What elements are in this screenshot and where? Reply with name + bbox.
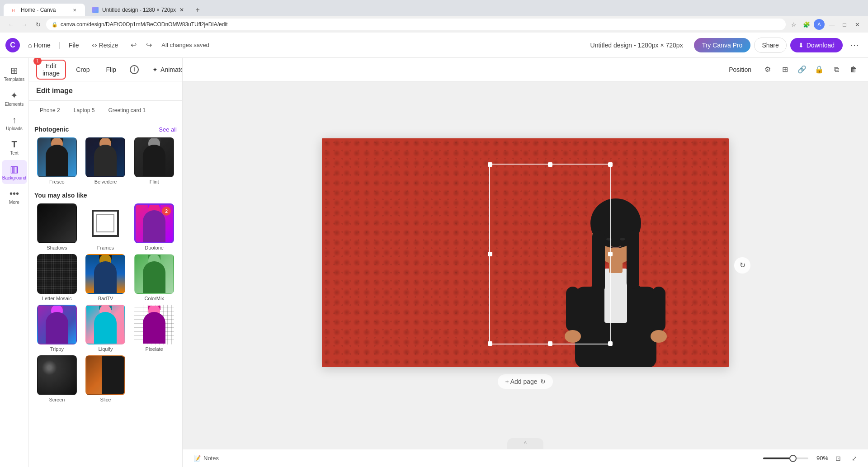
sidebar-item-elements[interactable]: ✦ Elements xyxy=(2,86,27,110)
you-may-also-like-section: You may also like Shadows xyxy=(34,192,177,402)
sidebar-item-uploads[interactable]: ↑ Uploads xyxy=(2,111,27,135)
redo-button[interactable]: ↪ xyxy=(142,38,156,52)
filter-item-pixelate[interactable]: Pixelate xyxy=(132,305,177,352)
download-button[interactable]: ⬇ Download xyxy=(790,38,843,52)
filter-item-frames[interactable]: Frames xyxy=(83,203,128,250)
add-page-icon: ↻ xyxy=(540,378,546,385)
panel-tab-laptop[interactable]: Laptop 5 xyxy=(68,104,100,116)
try-pro-button[interactable]: Try Canva Pro xyxy=(694,38,751,52)
filter-item-screen[interactable]: Screen xyxy=(34,355,80,402)
browser-tab-2[interactable]: Untitled design - 1280 × 720px ✕ xyxy=(85,4,191,16)
filter-thumb-letter-mosaic xyxy=(37,254,77,294)
filter-label-trippy: Trippy xyxy=(50,346,64,352)
sidebar-item-background[interactable]: ▥ Background xyxy=(2,160,27,184)
animate-button[interactable]: ✦ Animate xyxy=(146,63,183,76)
see-all-photogenic[interactable]: See all xyxy=(159,126,177,133)
svg-point-13 xyxy=(620,238,625,241)
bottom-chevron[interactable]: ^ xyxy=(507,438,543,449)
trash-icon[interactable]: 🗑 xyxy=(846,62,861,77)
panel-tab-greeting[interactable]: Greeting card 1 xyxy=(103,104,151,116)
zoom-expand-button[interactable]: ⤢ xyxy=(848,452,861,465)
more-icon: ••• xyxy=(9,189,19,199)
filter-item-colormix[interactable]: ColorMix xyxy=(132,254,177,301)
filter-item-trippy[interactable]: Trippy xyxy=(34,305,80,352)
tab-close-2[interactable]: ✕ xyxy=(179,7,184,13)
add-page-button[interactable]: + Add page ↻ xyxy=(498,374,552,389)
notes-button[interactable]: 📝 Notes xyxy=(190,453,222,463)
filter-label-shadows: Shadows xyxy=(47,245,67,250)
undo-button[interactable]: ↩ xyxy=(126,38,141,52)
filter-label-duotone: Duotone xyxy=(145,245,164,250)
background-label: Background xyxy=(2,175,26,180)
minimize-btn[interactable]: — xyxy=(826,19,837,30)
extension-icon[interactable]: 🧩 xyxy=(801,19,812,30)
filter-thumb-fresco xyxy=(37,137,77,177)
resize-label: Resize xyxy=(99,42,118,49)
file-label: File xyxy=(69,42,79,49)
resize-button[interactable]: ⇔ Resize xyxy=(87,39,123,52)
filter-item-badtv[interactable]: BadTV xyxy=(83,254,128,301)
panel-tab-phone[interactable]: Phone 2 xyxy=(34,104,66,116)
nav-refresh[interactable]: ↻ xyxy=(33,19,43,30)
svg-rect-10 xyxy=(592,230,605,293)
background-icon: ▥ xyxy=(10,164,19,175)
uploads-icon: ↑ xyxy=(12,115,17,125)
address-bar[interactable]: 🔒 canva.com/design/DAEtO0Op1mM/BeCODnOMW… xyxy=(46,19,786,30)
panel-tab-laptop-label: Laptop 5 xyxy=(74,107,95,113)
filter-thumb-pixelate xyxy=(134,305,174,344)
nav-forward[interactable]: → xyxy=(19,19,30,30)
lock-icon[interactable]: 🔒 xyxy=(812,62,826,77)
templates-icon: ⊞ xyxy=(10,65,18,76)
sidebar-item-text[interactable]: T Text xyxy=(2,136,27,159)
sidebar-item-more[interactable]: ••• More xyxy=(2,185,27,208)
svg-text:H: H xyxy=(12,8,15,13)
new-tab-button[interactable]: + xyxy=(191,4,204,16)
position-button[interactable]: Position xyxy=(723,63,757,76)
sidebar-item-templates[interactable]: ⊞ Templates xyxy=(2,61,27,85)
filter-item-letter-mosaic[interactable]: Letter Mosaic xyxy=(34,254,80,301)
crop-button[interactable]: Crop xyxy=(70,63,96,76)
filter-item-flint[interactable]: Flint xyxy=(132,137,177,184)
duplicate-icon[interactable]: ⧉ xyxy=(829,62,844,77)
zoom-slider-thumb[interactable] xyxy=(789,455,797,462)
filter-item-belvedere[interactable]: Belvedere xyxy=(83,137,128,184)
filter-label-pixelate: Pixelate xyxy=(146,346,163,352)
maximize-btn[interactable]: □ xyxy=(839,19,850,30)
filter-item-fresco[interactable]: Fresco xyxy=(34,137,80,184)
browser-tab-1[interactable]: H Home - Canva ✕ xyxy=(4,4,85,16)
flip-button[interactable]: Flip xyxy=(100,63,123,76)
grid-icon[interactable]: ⊞ xyxy=(778,62,792,77)
design-title: Untitled design - 1280px × 720px xyxy=(590,42,683,49)
profile-icon[interactable]: A xyxy=(814,19,825,30)
filter-item-slice[interactable]: Slice xyxy=(83,355,128,402)
zoom-value: 90% xyxy=(812,455,828,462)
home-button[interactable]: ⌂ Home xyxy=(24,39,55,52)
share-button[interactable]: Share xyxy=(754,38,786,53)
add-page-bar: + Add page ↻ xyxy=(322,371,729,392)
info-button[interactable]: i xyxy=(126,62,142,77)
filter-item-duotone[interactable]: 2 Duotone xyxy=(132,203,177,250)
address-lock-icon: 🔒 xyxy=(52,22,58,28)
filter-label-fresco: Fresco xyxy=(49,179,65,184)
zoom-fit-button[interactable]: ⊡ xyxy=(832,452,844,465)
you-may-also-like-header: You may also like xyxy=(34,192,177,199)
tab-label-2: Untitled design - 1280 × 720px xyxy=(102,7,176,13)
edit-image-label: Edit image xyxy=(42,62,60,77)
filter-thumb-trippy xyxy=(37,305,77,344)
bookmark-icon[interactable]: ☆ xyxy=(788,19,799,30)
tab-close-1[interactable]: ✕ xyxy=(71,7,78,13)
flip-label: Flip xyxy=(106,66,117,73)
filter-item-liquify[interactable]: Liquify xyxy=(83,305,128,352)
filter-thumb-flint xyxy=(134,137,174,177)
filter-item-shadows[interactable]: Shadows xyxy=(34,203,80,250)
link-icon[interactable]: 🔗 xyxy=(795,62,809,77)
close-btn[interactable]: ✕ xyxy=(852,19,863,30)
nav-back[interactable]: ← xyxy=(5,19,16,30)
zoom-slider-track[interactable] xyxy=(763,458,808,459)
canvas-toolbar: Position ⚙ ⊞ 🔗 🔒 ⧉ 🗑 xyxy=(183,58,868,81)
canvas-refresh-button[interactable]: ↻ xyxy=(734,257,750,274)
file-menu[interactable]: File xyxy=(64,39,84,52)
image-toolbar: Edit image 1 Crop Flip i ✦ Animate xyxy=(29,58,182,81)
adjust-icon[interactable]: ⚙ xyxy=(760,62,775,77)
more-options-button[interactable]: ⋯ xyxy=(846,37,863,53)
